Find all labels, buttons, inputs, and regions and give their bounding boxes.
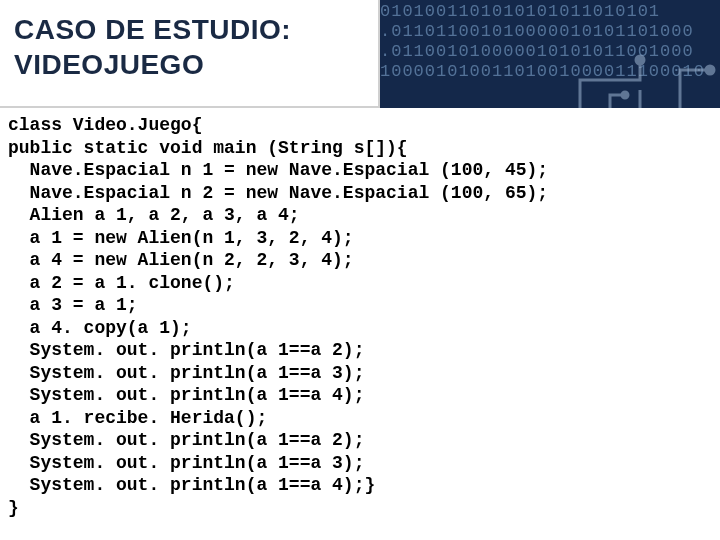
slide-header: 0101001101010101011010101 .0110110010100… bbox=[0, 0, 720, 108]
code-line: Nave.Espacial n 1 = new Nave.Espacial (1… bbox=[8, 160, 548, 180]
code-line: System. out. println(a 1==a 2); bbox=[8, 430, 364, 450]
code-line: System. out. println(a 1==a 4); bbox=[8, 385, 364, 405]
code-content: class Video.Juego{ public static void ma… bbox=[8, 114, 712, 519]
code-line: Nave.Espacial n 2 = new Nave.Espacial (1… bbox=[8, 183, 548, 203]
header-decor: 0101001101010101011010101 .0110110010100… bbox=[380, 0, 720, 108]
code-line: a 4 = new Alien(n 2, 2, 3, 4); bbox=[8, 250, 354, 270]
code-line: a 3 = a 1; bbox=[8, 295, 138, 315]
code-block: class Video.Juego{ public static void ma… bbox=[0, 108, 720, 519]
binary-line: 0101001101010101011010101 bbox=[380, 2, 660, 21]
title-line-2: VIDEOJUEGO bbox=[14, 49, 204, 80]
binary-line: 10000101001101001000011100010 bbox=[380, 62, 705, 81]
binary-line: .011011001010000010101101000 bbox=[380, 22, 694, 41]
code-line: public static void main (String s[]){ bbox=[8, 138, 408, 158]
slide-title: CASO DE ESTUDIO: VIDEOJUEGO bbox=[14, 12, 364, 82]
code-line: System. out. println(a 1==a 3); bbox=[8, 363, 364, 383]
svg-point-2 bbox=[706, 66, 714, 74]
code-line: System. out. println(a 1==a 3); bbox=[8, 453, 364, 473]
code-line: Alien a 1, a 2, a 3, a 4; bbox=[8, 205, 300, 225]
binary-line: .011001010000010101011001000 bbox=[380, 42, 694, 61]
title-box: CASO DE ESTUDIO: VIDEOJUEGO bbox=[0, 0, 380, 108]
code-line: System. out. println(a 1==a 2); bbox=[8, 340, 364, 360]
code-line: a 4. copy(a 1); bbox=[8, 318, 192, 338]
code-line: } bbox=[8, 498, 19, 518]
code-line: a 1. recibe. Herida(); bbox=[8, 408, 267, 428]
svg-point-1 bbox=[622, 92, 628, 98]
code-line: class Video.Juego{ bbox=[8, 115, 202, 135]
code-line: System. out. println(a 1==a 4);} bbox=[8, 475, 375, 495]
code-line: a 2 = a 1. clone(); bbox=[8, 273, 235, 293]
code-line: a 1 = new Alien(n 1, 3, 2, 4); bbox=[8, 228, 354, 248]
title-line-1: CASO DE ESTUDIO: bbox=[14, 14, 291, 45]
